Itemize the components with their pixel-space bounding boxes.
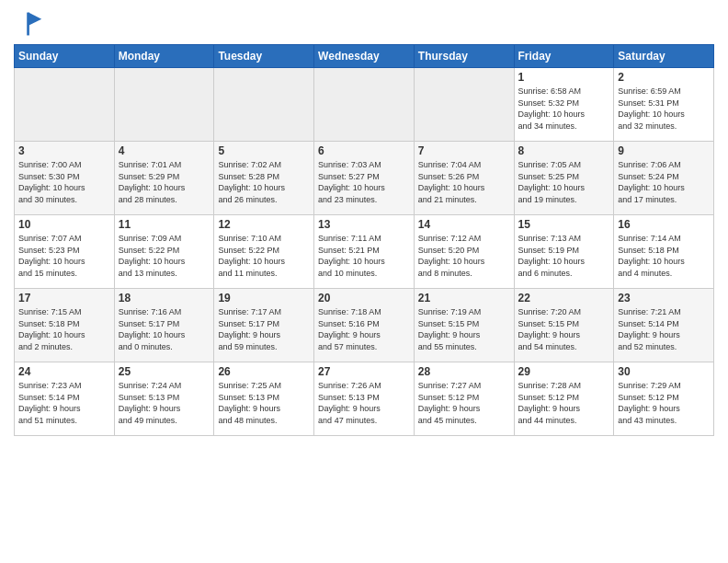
day-number: 8 (518, 144, 610, 157)
day-info: Sunrise: 7:18 AM Sunset: 5:16 PM Dayligh… (318, 306, 410, 352)
calendar-cell: 1Sunrise: 6:58 AM Sunset: 5:32 PM Daylig… (514, 68, 614, 142)
day-info: Sunrise: 7:06 AM Sunset: 5:24 PM Dayligh… (618, 159, 710, 205)
calendar-cell: 27Sunrise: 7:26 AM Sunset: 5:13 PM Dayli… (314, 362, 415, 436)
day-number: 12 (218, 218, 310, 231)
calendar-week-2: 3Sunrise: 7:00 AM Sunset: 5:30 PM Daylig… (15, 142, 714, 215)
calendar-cell (314, 68, 415, 142)
day-number: 17 (18, 292, 110, 304)
day-info: Sunrise: 7:01 AM Sunset: 5:29 PM Dayligh… (119, 159, 210, 205)
day-number: 16 (618, 218, 710, 231)
day-info: Sunrise: 7:27 AM Sunset: 5:12 PM Dayligh… (418, 380, 510, 426)
day-number: 18 (119, 292, 210, 304)
day-number: 23 (618, 292, 710, 304)
weekday-header-tuesday: Tuesday (214, 45, 314, 68)
calendar-week-4: 17Sunrise: 7:15 AM Sunset: 5:18 PM Dayli… (15, 289, 714, 362)
day-number: 28 (418, 365, 510, 378)
day-info: Sunrise: 7:11 AM Sunset: 5:21 PM Dayligh… (318, 233, 410, 279)
page: SundayMondayTuesdayWednesdayThursdayFrid… (0, 0, 728, 563)
calendar-cell: 22Sunrise: 7:20 AM Sunset: 5:15 PM Dayli… (514, 289, 614, 362)
day-info: Sunrise: 7:24 AM Sunset: 5:13 PM Dayligh… (119, 380, 210, 426)
day-number: 26 (218, 365, 310, 378)
day-number: 19 (218, 292, 310, 304)
day-info: Sunrise: 7:07 AM Sunset: 5:23 PM Dayligh… (18, 233, 110, 279)
calendar-cell: 12Sunrise: 7:10 AM Sunset: 5:22 PM Dayli… (214, 215, 314, 289)
day-number: 2 (618, 71, 710, 84)
day-number: 24 (18, 365, 110, 378)
calendar-cell (414, 68, 514, 142)
calendar-cell: 15Sunrise: 7:13 AM Sunset: 5:19 PM Dayli… (514, 215, 614, 289)
calendar-cell: 20Sunrise: 7:18 AM Sunset: 5:16 PM Dayli… (314, 289, 415, 362)
calendar-cell (114, 68, 214, 142)
calendar-cell: 26Sunrise: 7:25 AM Sunset: 5:13 PM Dayli… (214, 362, 314, 436)
weekday-header-row: SundayMondayTuesdayWednesdayThursdayFrid… (15, 45, 714, 68)
day-number: 20 (318, 292, 410, 304)
day-number: 5 (218, 144, 310, 157)
day-number: 15 (518, 218, 610, 231)
weekday-header-monday: Monday (114, 45, 214, 68)
day-number: 14 (418, 218, 510, 231)
day-number: 13 (318, 218, 410, 231)
day-number: 25 (119, 365, 210, 378)
calendar-cell: 29Sunrise: 7:28 AM Sunset: 5:12 PM Dayli… (514, 362, 614, 436)
calendar-week-5: 24Sunrise: 7:23 AM Sunset: 5:14 PM Dayli… (15, 362, 714, 436)
weekday-header-sunday: Sunday (15, 45, 115, 68)
calendar-cell: 8Sunrise: 7:05 AM Sunset: 5:25 PM Daylig… (514, 142, 614, 215)
day-number: 3 (18, 144, 110, 157)
day-number: 7 (418, 144, 510, 157)
day-info: Sunrise: 7:17 AM Sunset: 5:17 PM Dayligh… (218, 306, 310, 352)
day-info: Sunrise: 7:13 AM Sunset: 5:19 PM Dayligh… (518, 233, 610, 279)
day-info: Sunrise: 7:29 AM Sunset: 5:12 PM Dayligh… (618, 380, 710, 426)
calendar-cell: 13Sunrise: 7:11 AM Sunset: 5:21 PM Dayli… (314, 215, 415, 289)
svg-rect-2 (27, 13, 29, 36)
weekday-header-saturday: Saturday (614, 45, 714, 68)
day-info: Sunrise: 6:59 AM Sunset: 5:31 PM Dayligh… (618, 86, 710, 132)
day-info: Sunrise: 7:25 AM Sunset: 5:13 PM Dayligh… (218, 380, 310, 426)
day-number: 10 (18, 218, 110, 231)
calendar-cell: 7Sunrise: 7:04 AM Sunset: 5:26 PM Daylig… (414, 142, 514, 215)
day-info: Sunrise: 7:15 AM Sunset: 5:18 PM Dayligh… (18, 306, 110, 352)
day-info: Sunrise: 7:02 AM Sunset: 5:28 PM Dayligh… (218, 159, 310, 205)
calendar-cell: 4Sunrise: 7:01 AM Sunset: 5:29 PM Daylig… (114, 142, 214, 215)
calendar-cell: 2Sunrise: 6:59 AM Sunset: 5:31 PM Daylig… (614, 68, 714, 142)
calendar-cell (15, 68, 115, 142)
calendar-cell: 19Sunrise: 7:17 AM Sunset: 5:17 PM Dayli… (214, 289, 314, 362)
day-info: Sunrise: 6:58 AM Sunset: 5:32 PM Dayligh… (518, 86, 610, 132)
day-number: 21 (418, 292, 510, 304)
logo-icon (14, 9, 43, 39)
calendar-cell: 25Sunrise: 7:24 AM Sunset: 5:13 PM Dayli… (114, 362, 214, 436)
calendar-week-1: 1Sunrise: 6:58 AM Sunset: 5:32 PM Daylig… (15, 68, 714, 142)
day-number: 27 (318, 365, 410, 378)
day-number: 1 (518, 71, 610, 84)
day-info: Sunrise: 7:05 AM Sunset: 5:25 PM Dayligh… (518, 159, 610, 205)
day-info: Sunrise: 7:10 AM Sunset: 5:22 PM Dayligh… (218, 233, 310, 279)
day-number: 22 (518, 292, 610, 304)
weekday-header-thursday: Thursday (414, 45, 514, 68)
day-number: 9 (618, 144, 710, 157)
calendar-cell: 23Sunrise: 7:21 AM Sunset: 5:14 PM Dayli… (614, 289, 714, 362)
calendar-cell: 10Sunrise: 7:07 AM Sunset: 5:23 PM Dayli… (15, 215, 115, 289)
day-info: Sunrise: 7:26 AM Sunset: 5:13 PM Dayligh… (318, 380, 410, 426)
calendar-cell: 14Sunrise: 7:12 AM Sunset: 5:20 PM Dayli… (414, 215, 514, 289)
header (14, 9, 714, 39)
day-info: Sunrise: 7:03 AM Sunset: 5:27 PM Dayligh… (318, 159, 410, 205)
day-info: Sunrise: 7:16 AM Sunset: 5:17 PM Dayligh… (119, 306, 210, 352)
day-number: 6 (318, 144, 410, 157)
calendar-cell: 24Sunrise: 7:23 AM Sunset: 5:14 PM Dayli… (15, 362, 115, 436)
day-info: Sunrise: 7:14 AM Sunset: 5:18 PM Dayligh… (618, 233, 710, 279)
weekday-header-wednesday: Wednesday (314, 45, 415, 68)
day-number: 11 (119, 218, 210, 231)
logo (14, 9, 47, 39)
day-info: Sunrise: 7:21 AM Sunset: 5:14 PM Dayligh… (618, 306, 710, 352)
calendar-cell: 28Sunrise: 7:27 AM Sunset: 5:12 PM Dayli… (414, 362, 514, 436)
calendar-cell: 17Sunrise: 7:15 AM Sunset: 5:18 PM Dayli… (15, 289, 115, 362)
calendar-cell (214, 68, 314, 142)
calendar-cell: 6Sunrise: 7:03 AM Sunset: 5:27 PM Daylig… (314, 142, 415, 215)
day-info: Sunrise: 7:09 AM Sunset: 5:22 PM Dayligh… (119, 233, 210, 279)
day-info: Sunrise: 7:28 AM Sunset: 5:12 PM Dayligh… (518, 380, 610, 426)
day-info: Sunrise: 7:04 AM Sunset: 5:26 PM Dayligh… (418, 159, 510, 205)
calendar-week-3: 10Sunrise: 7:07 AM Sunset: 5:23 PM Dayli… (15, 215, 714, 289)
calendar-cell: 3Sunrise: 7:00 AM Sunset: 5:30 PM Daylig… (15, 142, 115, 215)
calendar-cell: 9Sunrise: 7:06 AM Sunset: 5:24 PM Daylig… (614, 142, 714, 215)
calendar-table: SundayMondayTuesdayWednesdayThursdayFrid… (14, 44, 714, 436)
day-info: Sunrise: 7:20 AM Sunset: 5:15 PM Dayligh… (518, 306, 610, 352)
